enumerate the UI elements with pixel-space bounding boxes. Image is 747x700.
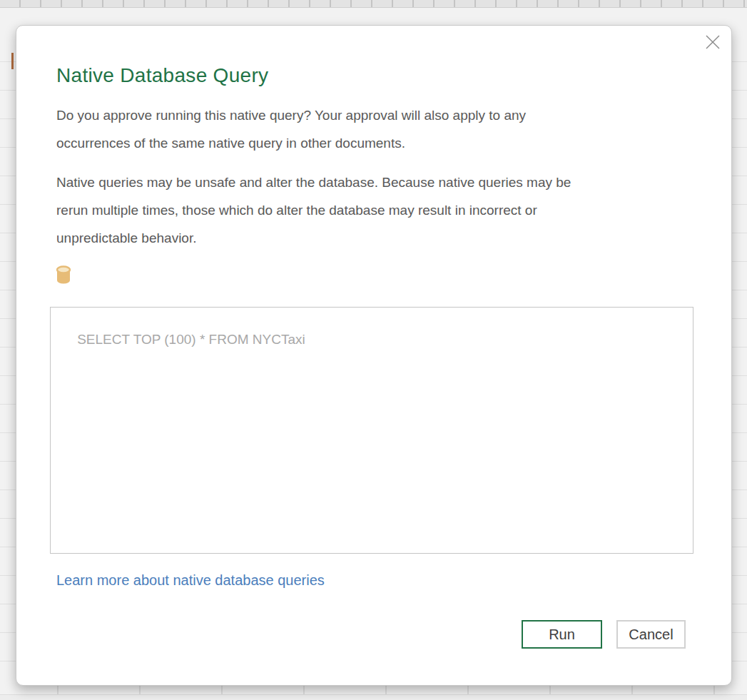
database-icon [56,265,71,285]
close-icon [703,33,722,54]
warning-text: Native queries may be unsafe and alter t… [56,168,698,252]
spreadsheet-column-header-strip [0,0,747,8]
spreadsheet-grid-line [0,694,747,695]
spreadsheet-grid-columns [0,685,747,700]
run-button[interactable]: Run [522,620,602,649]
native-database-query-dialog: Native Database Query Do you approve run… [16,25,732,686]
close-button[interactable] [701,31,724,54]
dialog-title: Native Database Query [56,64,268,87]
learn-more-link[interactable]: Learn more about native database queries [56,572,325,589]
selected-cell-accent-mark [11,53,14,69]
query-text: SELECT TOP (100) * FROM NYCTaxi [77,332,305,347]
query-textbox[interactable]: SELECT TOP (100) * FROM NYCTaxi [50,307,693,554]
cancel-button[interactable]: Cancel [616,620,686,649]
approval-question-text: Do you approve running this native query… [56,101,698,157]
